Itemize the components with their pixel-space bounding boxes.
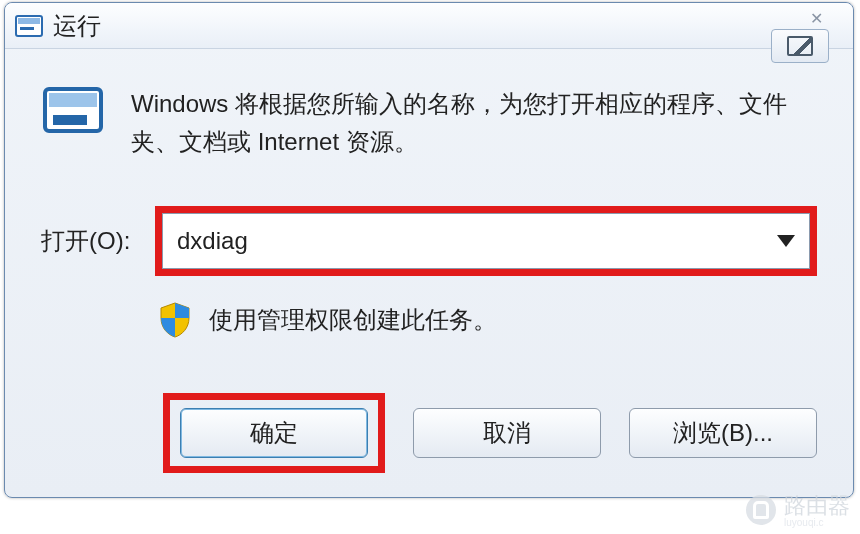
run-dialog: 运行 ✕ Windows 将根据您所输入的名称，为您打开相应的程序、文件夹、文档… <box>4 2 854 498</box>
open-label: 打开(O): <box>41 225 149 257</box>
open-input[interactable] <box>177 227 777 255</box>
image-placeholder-icon <box>771 29 829 63</box>
run-title-icon <box>15 15 43 37</box>
intro-text: Windows 将根据您所输入的名称，为您打开相应的程序、文件夹、文档或 Int… <box>131 85 817 162</box>
content-area: Windows 将根据您所输入的名称，为您打开相应的程序、文件夹、文档或 Int… <box>5 49 853 348</box>
admin-row: 使用管理权限创建此任务。 <box>159 302 817 338</box>
watermark: 路由器 luyouqi.c <box>746 491 850 528</box>
run-icon <box>41 85 105 137</box>
open-combobox[interactable] <box>162 213 810 269</box>
browse-button[interactable]: 浏览(B)... <box>629 408 817 458</box>
titlebar: 运行 <box>5 3 853 49</box>
svg-rect-5 <box>53 115 87 125</box>
watermark-text: 路由器 <box>784 493 850 518</box>
intro-row: Windows 将根据您所输入的名称，为您打开相应的程序、文件夹、文档或 Int… <box>41 85 817 162</box>
svg-rect-1 <box>18 18 40 24</box>
button-row: 确定 取消 浏览(B)... <box>163 393 817 473</box>
ok-highlight: 确定 <box>163 393 385 473</box>
admin-text: 使用管理权限创建此任务。 <box>209 304 497 336</box>
close-x-icon[interactable]: ✕ <box>810 9 823 28</box>
ok-button[interactable]: 确定 <box>180 408 368 458</box>
chevron-down-icon[interactable] <box>777 235 795 247</box>
open-row: 打开(O): <box>41 206 817 276</box>
shield-icon <box>159 302 191 338</box>
lock-icon <box>746 495 776 525</box>
svg-rect-4 <box>49 93 97 107</box>
watermark-sub: luyouqi.c <box>784 517 850 528</box>
window-title: 运行 <box>53 10 101 42</box>
cancel-button[interactable]: 取消 <box>413 408 601 458</box>
input-highlight <box>155 206 817 276</box>
svg-rect-2 <box>20 27 34 30</box>
